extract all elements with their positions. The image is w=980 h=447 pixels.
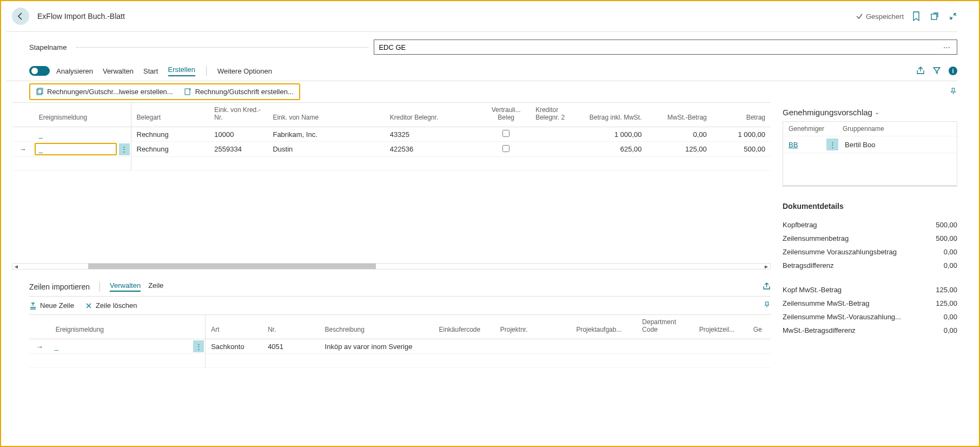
detail-zeilensumme-mwst-voraus: Zeilensumme MwSt.-Vorauszahlung... 0,00 <box>783 310 957 324</box>
cell-kred-nr: 10000 <box>209 127 267 142</box>
approver-row[interactable]: BB ⋮ Bertil Boo <box>783 136 957 153</box>
cell-name: Dustin <box>267 142 384 157</box>
subpage-zeile[interactable]: Zeile <box>148 281 163 292</box>
subpage-verwalten[interactable]: Verwalten <box>110 281 141 292</box>
detail-value: 125,00 <box>936 299 957 307</box>
hscroll-bar[interactable]: ◄ ► <box>12 263 771 269</box>
share-icon <box>763 282 771 290</box>
detail-zeilensumme: Zeilensummenbetrag 500,00 <box>783 232 957 245</box>
detail-kopfbetrag: Kopfbetrag 500,00 <box>783 218 957 232</box>
col-vertrauli[interactable]: Vertrauli... Beleg <box>482 103 530 127</box>
single-create-button[interactable]: Rechnung/Gutschrift erstellen... <box>184 88 294 96</box>
lcell-projektaufg <box>571 339 637 354</box>
menu-start[interactable]: Start <box>143 67 158 75</box>
col-belegnr[interactable]: Kreditor Belegnr. <box>385 103 482 127</box>
col-inkl-mwst[interactable]: Betrag inkl. MwSt. <box>582 103 647 127</box>
new-line-button[interactable]: Neue Zeile <box>29 301 74 310</box>
open-new-icon <box>930 12 939 21</box>
lcol-projektaufg[interactable]: Projektaufgab... <box>571 315 637 339</box>
menu-analysieren[interactable]: Analysieren <box>56 67 93 75</box>
row-indicator-icon: → <box>12 142 34 157</box>
toggle-knob <box>31 68 38 74</box>
hscroll-left[interactable]: ◄ <box>12 264 20 269</box>
back-button[interactable] <box>12 8 29 25</box>
cell-ereignis-highlight[interactable]: _ <box>35 143 117 155</box>
lcol-dept[interactable]: Department Code <box>637 315 693 339</box>
stapelname-lookup-button[interactable]: ⋯ <box>941 43 952 51</box>
table-row-selected[interactable]: → _ ⋮ Rechnung 2559334 Dustin <box>12 142 771 157</box>
actionbar-pin-button[interactable] <box>949 87 957 97</box>
hscroll-thumb[interactable] <box>88 264 376 269</box>
share-button[interactable] <box>916 66 925 76</box>
cell-belegart: Rechnung <box>131 127 209 142</box>
analyze-toggle[interactable] <box>29 66 50 76</box>
detail-label: Zeilensumme MwSt.-Vorauszahlung... <box>783 313 901 321</box>
lcell-ereignis[interactable]: _ <box>51 341 194 352</box>
open-new-button[interactable] <box>930 12 939 21</box>
cell-inkl-mwst: 1 000,00 <box>582 127 647 142</box>
batch-create-label: Rechnungen/Gutschr...lweise erstellen... <box>47 88 173 96</box>
col-mwst[interactable]: MwSt.-Betrag <box>647 103 712 127</box>
detail-label: Zeilensumme MwSt.-Betrag <box>783 299 869 307</box>
batch-create-button[interactable]: Rechnungen/Gutschr...lweise erstellen... <box>36 88 173 96</box>
cell-belegnr2 <box>530 127 582 142</box>
col-kred-nr[interactable]: Eink. von Kred.-Nr. <box>209 103 267 127</box>
detail-label: Zeilensummenbetrag <box>783 234 849 242</box>
col-gruppenname[interactable]: Gruppenname <box>843 125 884 133</box>
col-genehmiger[interactable]: Genehmiger <box>789 125 843 133</box>
subpage-pin-button[interactable] <box>763 301 771 310</box>
cell-vertrauli-checkbox[interactable] <box>502 130 509 137</box>
col-belegart[interactable]: Belegart <box>131 103 209 127</box>
lcol-ereignis[interactable]: Ereignismeldung <box>50 315 206 339</box>
detail-zeilensumme-mwst: Zeilensumme MwSt.-Betrag 125,00 <box>783 297 957 310</box>
cell-ereignis[interactable]: _ <box>34 127 131 142</box>
stapelname-input[interactable] <box>379 43 941 51</box>
cell-vertrauli-checkbox[interactable] <box>502 145 509 152</box>
menu-weitere[interactable]: Weitere Optionen <box>217 67 272 75</box>
approver-code[interactable]: BB <box>789 141 826 149</box>
approval-panel-title[interactable]: Genehmigungsvorschlag ⌄ <box>783 108 957 117</box>
menu-erstellen[interactable]: Erstellen <box>168 65 196 76</box>
col-belegnr2[interactable]: Kreditor Belegnr. 2 <box>530 103 582 127</box>
bookmark-button[interactable] <box>912 11 921 21</box>
lcol-eink[interactable]: Einkäufercode <box>433 315 494 339</box>
col-name[interactable]: Eink. von Name <box>267 103 384 127</box>
lcol-ge[interactable]: Ge <box>748 315 771 339</box>
lcell-projektzeil <box>694 339 748 354</box>
col-ereignismeldung[interactable]: Ereignismeldung <box>34 103 131 127</box>
approver-table: Genehmiger Gruppenname BB ⋮ Bertil Boo <box>783 121 957 187</box>
detail-kopf-mwst: Kopf MwSt.-Betrag 125,00 <box>783 283 957 297</box>
single-create-icon <box>184 88 192 96</box>
detail-value: 0,00 <box>944 313 957 321</box>
delete-line-button[interactable]: Zeile löschen <box>85 301 137 310</box>
detail-label: MwSt.-Betragsdifferenz <box>783 326 856 334</box>
saved-status: Gespeichert <box>856 12 904 21</box>
subpage-share-button[interactable] <box>763 282 771 292</box>
table-blank-area <box>12 171 771 263</box>
lines-row-selected[interactable]: → _ ⋮ Sachkonto 4051 Inköp av varor inom <box>29 339 771 354</box>
table-row[interactable]: _ Rechnung 10000 Fabrikam, Inc. 43325 1 … <box>12 127 771 142</box>
bookmark-icon <box>912 11 921 21</box>
lcol-projektnr[interactable]: Projektnr. <box>495 315 571 339</box>
lcell-ge <box>748 339 771 354</box>
row-more-button[interactable]: ⋮ <box>193 340 204 352</box>
lcell-nr: 4051 <box>262 339 319 354</box>
collapse-button[interactable] <box>949 12 957 21</box>
lcol-beschr[interactable]: Beschreibung <box>320 315 434 339</box>
menu-verwalten[interactable]: Verwalten <box>103 67 134 75</box>
lcol-projektzeil[interactable]: Projektzeil... <box>694 315 748 339</box>
filter-button[interactable] <box>932 66 941 76</box>
table-row-empty[interactable] <box>12 157 771 171</box>
col-betrag[interactable]: Betrag <box>712 103 771 127</box>
approver-more-button[interactable]: ⋮ <box>826 139 838 150</box>
lines-row-empty[interactable] <box>29 354 771 368</box>
row-more-button[interactable]: ⋮ <box>119 143 130 155</box>
lcell-dept <box>637 339 693 354</box>
stapelname-input-wrap[interactable]: ⋯ <box>374 40 957 55</box>
info-button[interactable]: i <box>949 67 957 75</box>
subpage-separator <box>100 282 100 292</box>
hscroll-right[interactable]: ► <box>763 264 770 269</box>
lcol-art[interactable]: Art <box>206 315 262 339</box>
lcol-nr[interactable]: Nr. <box>262 315 319 339</box>
svg-rect-0 <box>931 14 937 19</box>
